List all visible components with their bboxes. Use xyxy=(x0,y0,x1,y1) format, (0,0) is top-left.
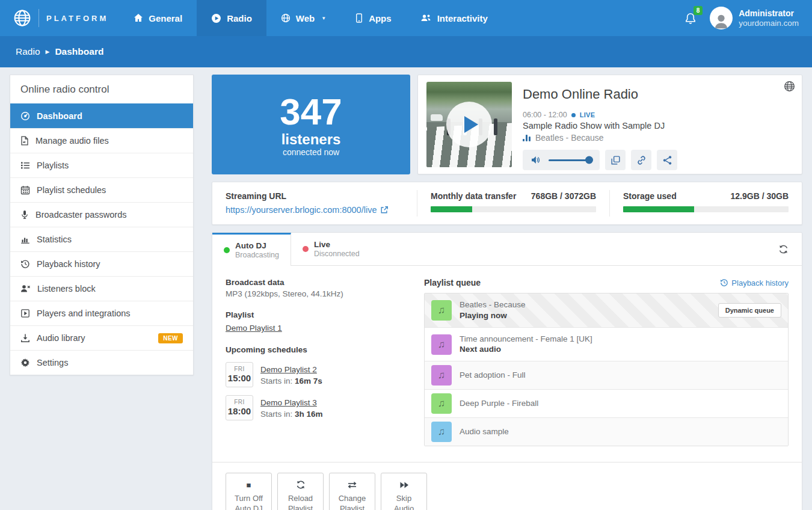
reload-playlist-button[interactable]: ReloadPlaylist xyxy=(277,473,324,510)
streaming-url-text: https://yourserver.brlogic.com:8000/live xyxy=(226,205,377,215)
schedule-time-box: FRI 15:00 xyxy=(226,362,253,387)
queue-track-status: Next audio xyxy=(460,344,592,355)
tab-auto-dj[interactable]: Auto DJ Broadcasting xyxy=(212,233,291,266)
queue-row[interactable]: ♫ Audio sample xyxy=(425,417,788,446)
top-navbar: PLATFORM General Radio Web ▼ Apps xyxy=(0,0,812,36)
sidebar-item-manage-audio-files[interactable]: Manage audio files xyxy=(10,128,193,153)
sidebar-item-playlist-schedules[interactable]: Playlist schedules xyxy=(10,177,193,202)
action-label-line: Turn Off xyxy=(235,494,263,503)
navbar-right: 8 Administrator yourdomain.com xyxy=(682,0,812,36)
storage-used-progress xyxy=(623,206,789,212)
share-button[interactable] xyxy=(657,150,677,170)
new-badge: NEW xyxy=(158,333,183,343)
playback-history-link[interactable]: Playback history xyxy=(720,278,789,287)
queue-row[interactable]: ♫ Pet adoption - Full xyxy=(425,361,788,389)
nav-item-general[interactable]: General xyxy=(119,0,197,36)
music-note-icon: ♫ xyxy=(431,422,452,442)
schedule-item: FRI 15:00 Demo Playlist 2 Starts in: 16m… xyxy=(226,362,406,387)
sidebar-item-settings[interactable]: Settings xyxy=(10,350,193,375)
sidebar-item-dashboard[interactable]: Dashboard xyxy=(10,103,193,128)
now-playing-track: Beatles - Because xyxy=(535,133,604,143)
nav-label: Interactivity xyxy=(437,13,488,23)
play-button[interactable] xyxy=(446,102,492,147)
history-icon xyxy=(720,278,728,287)
sidebar-item-players-integrations[interactable]: Players and integrations xyxy=(10,301,193,325)
action-label-line: Reload xyxy=(288,494,313,503)
album-art-figure xyxy=(494,118,497,135)
starts-in-label: Starts in: xyxy=(260,410,292,419)
queue-track-title: Audio sample xyxy=(460,426,509,437)
schedule-playlist-link[interactable]: Demo Playlist 2 xyxy=(260,365,317,374)
file-audio-icon xyxy=(20,136,29,146)
music-note-icon: ♫ xyxy=(431,393,452,414)
sidebar-item-playlists[interactable]: Playlists xyxy=(10,153,193,177)
user-menu[interactable]: Administrator yourdomain.com xyxy=(710,7,799,29)
breadcrumb: Radio ▶ Dashboard xyxy=(0,36,812,67)
schedule-day: FRI xyxy=(227,366,251,372)
queue-row[interactable]: ♫ Time announcement - Female 1 [UK] Next… xyxy=(425,327,788,361)
stats-strip: Streaming URL https://yourserver.brlogic… xyxy=(212,182,802,225)
current-playlist-link[interactable]: Demo Playlist 1 xyxy=(226,324,282,333)
queue-row-playing[interactable]: ♫ Beatles - Because Playing now Dynamic … xyxy=(425,293,788,327)
schedule-item: FRI 18:00 Demo Playlist 3 Starts in: 3h … xyxy=(226,395,406,420)
streaming-url-link[interactable]: https://yourserver.brlogic.com:8000/live xyxy=(226,205,389,215)
brand[interactable]: PLATFORM xyxy=(0,0,119,36)
bar-chart-icon xyxy=(20,235,30,244)
listeners-label: listeners xyxy=(281,131,341,148)
tab-bar: Auto DJ Broadcasting Live Disconnected xyxy=(212,233,802,266)
tab-live[interactable]: Live Disconnected xyxy=(291,233,371,265)
sidebar-item-statistics[interactable]: Statistics xyxy=(10,227,193,251)
link-button[interactable] xyxy=(631,150,651,170)
brand-divider xyxy=(38,9,39,27)
tab-live-label: Live xyxy=(314,240,360,250)
storage-used-value: 12.9GB / 30GB xyxy=(731,191,789,201)
schedule-day: FRI xyxy=(227,399,251,405)
queue-track-status: Playing now xyxy=(460,310,526,321)
sidebar-item-broadcaster-passwords[interactable]: Broadcaster passwords xyxy=(10,202,193,227)
nav-item-web[interactable]: Web ▼ xyxy=(266,0,340,36)
queue-row[interactable]: ♫ Deep Purple - Fireball xyxy=(425,389,788,417)
album-art[interactable] xyxy=(426,82,512,167)
change-playlist-button[interactable]: ChangePlaylist xyxy=(329,473,375,510)
nav-item-apps[interactable]: Apps xyxy=(340,0,406,36)
sidebar-item-label: Playlists xyxy=(37,161,69,170)
microphone-icon xyxy=(20,210,29,220)
radio-card: Demo Online Radio 06:00 - 12:00 LIVE Sam… xyxy=(417,75,802,174)
globe-icon[interactable] xyxy=(784,81,795,92)
sidebar-item-label: Listeners block xyxy=(37,284,96,293)
skip-audio-button[interactable]: SkipAudio xyxy=(381,473,427,510)
sidebar-item-audio-library[interactable]: Audio library NEW xyxy=(10,325,193,350)
breadcrumb-separator-icon: ▶ xyxy=(46,49,50,55)
play-square-icon xyxy=(20,309,30,318)
nav-item-interactivity[interactable]: Interactivity xyxy=(406,0,502,36)
user-name: Administrator xyxy=(739,8,799,19)
brand-name: PLATFORM xyxy=(46,14,108,23)
radio-info: Demo Online Radio 06:00 - 12:00 LIVE Sam… xyxy=(523,82,677,167)
user-x-icon xyxy=(20,284,31,293)
breadcrumb-section[interactable]: Radio xyxy=(16,46,40,57)
copy-stream-button[interactable] xyxy=(605,150,626,170)
queue-track-title: Pet adoption - Full xyxy=(460,370,526,381)
sidebar-item-listeners-block[interactable]: Listeners block xyxy=(10,276,193,301)
volume-knob[interactable] xyxy=(585,156,593,164)
nav-item-radio[interactable]: Radio xyxy=(197,0,266,36)
volume-control[interactable] xyxy=(523,150,600,170)
sidebar-item-playback-history[interactable]: Playback history xyxy=(10,251,193,276)
show-name: Sample Radio Show with Sample DJ xyxy=(523,121,677,131)
download-icon xyxy=(20,333,30,343)
gauge-icon xyxy=(20,111,30,121)
sidebar-item-label: Dashboard xyxy=(37,111,82,121)
notifications-button[interactable]: 8 xyxy=(682,8,699,28)
music-note-icon: ♫ xyxy=(431,365,452,386)
disconnected-status-dot xyxy=(303,246,309,252)
refresh-button[interactable] xyxy=(765,244,802,254)
album-art-car xyxy=(431,114,443,121)
action-label-line: Playlist xyxy=(288,504,313,510)
schedule-playlist-link[interactable]: Demo Playlist 3 xyxy=(260,398,317,407)
live-badge: LIVE xyxy=(580,111,595,118)
starts-in-value: 16m 7s xyxy=(295,376,322,386)
avatar xyxy=(710,7,733,29)
volume-slider[interactable] xyxy=(549,159,592,161)
turn-off-auto-dj-button[interactable]: ■ Turn OffAuto DJ xyxy=(226,473,272,510)
playlist-queue-section: Playlist queue Playback history ♫ xyxy=(424,278,789,446)
